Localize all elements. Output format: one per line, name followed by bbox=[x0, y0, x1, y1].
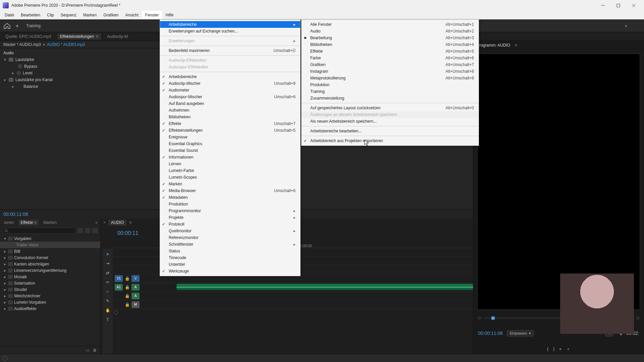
submenu-item[interactable]: InstagramAlt+Umschalt+8 bbox=[302, 68, 479, 75]
submenu-item[interactable]: Auf gespeichertes Layout zurücksetzenAlt… bbox=[302, 105, 479, 111]
program-timecode[interactable]: 00:00:11:06 bbox=[478, 330, 503, 336]
menu-fenster[interactable]: Fenster bbox=[142, 11, 162, 19]
menu-item[interactable]: Timecode bbox=[160, 254, 300, 261]
playhead-icon[interactable] bbox=[491, 316, 495, 320]
menu-item[interactable]: Status bbox=[160, 248, 300, 254]
menu-item[interactable]: Erweiterungen auf Exchange suchen... bbox=[160, 28, 300, 35]
menu-item[interactable]: Aufnehmen bbox=[160, 107, 300, 114]
overflow-icon[interactable]: » bbox=[95, 220, 100, 225]
razor-tool[interactable]: ✂ bbox=[104, 279, 111, 286]
menu-item[interactable]: ✓Metadaten bbox=[160, 194, 300, 201]
chevron-left-icon[interactable]: ◀ bbox=[15, 24, 18, 27]
menu-marken[interactable]: Marken bbox=[80, 11, 100, 19]
submenu-item[interactable]: AudioAlt+Umschalt+2 bbox=[302, 28, 479, 35]
menu-item[interactable]: ✓Audiometer bbox=[160, 87, 300, 94]
panel-menu-icon[interactable]: ≡ bbox=[515, 43, 517, 48]
tree-folder[interactable]: ▸Linsenverzerrungsentfernung bbox=[0, 267, 100, 274]
chevron-down-icon[interactable]: ▾ bbox=[43, 42, 45, 47]
hand-tool[interactable]: ✋ bbox=[104, 307, 111, 314]
program-tab[interactable]: Programm: AUDIO bbox=[477, 43, 510, 48]
menu-item[interactable]: ✓Werkzeuge bbox=[160, 268, 300, 275]
out-marker[interactable] bbox=[637, 317, 639, 319]
tree-item-trailer-voice[interactable]: Trailer Voice bbox=[0, 242, 100, 248]
submenu-item[interactable]: Training bbox=[302, 88, 479, 95]
zoom-knob[interactable] bbox=[114, 310, 118, 314]
menu-item[interactable]: Quellmonitor▸ bbox=[160, 228, 300, 234]
tree-folder-vorgaben[interactable]: ▾Vorgaben bbox=[0, 235, 100, 242]
menu-item[interactable]: Arbeitsbereiche▸ bbox=[160, 21, 300, 28]
menu-item[interactable]: Untertitel bbox=[160, 261, 300, 268]
tree-folder[interactable]: ▸Kanten abschrägen bbox=[0, 261, 100, 267]
menu-item[interactable]: Projekte▸ bbox=[160, 214, 300, 221]
new-bin-icon[interactable]: ▭ bbox=[86, 348, 90, 353]
overflow-icon[interactable]: » bbox=[559, 347, 561, 351]
tree-folder[interactable]: ▸Solarisation bbox=[0, 280, 100, 286]
menu-grafiken[interactable]: Grafiken bbox=[100, 11, 122, 19]
menu-item[interactable]: ✓Informationen bbox=[160, 154, 300, 161]
menu-item[interactable]: ✓Arbeitsbereiche bbox=[160, 73, 300, 80]
menu-datei[interactable]: Datei bbox=[1, 11, 17, 19]
home-icon[interactable] bbox=[3, 23, 11, 29]
timeline-timecode[interactable]: 00:00:11 bbox=[117, 230, 138, 236]
sequence-clip-label[interactable]: AUDIO * AUDIO.mp3 bbox=[47, 42, 85, 47]
menu-item[interactable]: ✓Protokoll bbox=[160, 221, 300, 228]
menu-bearbeiten[interactable]: Bearbeiten bbox=[17, 11, 44, 19]
tab-marken[interactable]: Marken bbox=[41, 220, 59, 226]
tree-folder[interactable]: ▸Convolution Kernel bbox=[0, 254, 100, 261]
menu-item[interactable]: Schnittfenster▸ bbox=[160, 241, 300, 248]
pen-tool[interactable]: ✎ bbox=[104, 298, 111, 304]
submenu-item[interactable]: MetaprotokollierungAlt+Umschalt+9 bbox=[302, 75, 479, 81]
menu-ansicht[interactable]: Ansicht bbox=[122, 11, 142, 19]
effects-search-input[interactable] bbox=[3, 228, 75, 234]
stopwatch-icon[interactable] bbox=[18, 64, 22, 68]
menu-item[interactable]: ✓Media-BrowserUmschalt+8 bbox=[160, 187, 300, 194]
track-select-tool[interactable]: ⇥ bbox=[104, 260, 111, 267]
tree-folder[interactable]: ▸Lumetri-Vorgaben bbox=[0, 299, 100, 305]
filter-badge-1[interactable] bbox=[77, 228, 83, 233]
menu-clip[interactable]: Clip bbox=[44, 11, 57, 19]
submenu-item[interactable]: Produktion bbox=[302, 81, 479, 88]
menu-item[interactable]: Lernen bbox=[160, 161, 300, 167]
ripple-tool[interactable]: ⇄ bbox=[104, 269, 111, 276]
filter-badge-2[interactable] bbox=[85, 228, 90, 233]
maximize-button[interactable] bbox=[610, 0, 626, 11]
trash-icon[interactable]: 🗑 bbox=[93, 348, 97, 353]
selection-tool[interactable]: ➤ bbox=[104, 251, 111, 257]
menu-item[interactable]: Lumetri-Scopes bbox=[160, 174, 300, 181]
menu-item[interactable]: Programmmonitor▸ bbox=[160, 207, 300, 214]
submenu-item[interactable]: Arbeitsbereiche bearbeiten... bbox=[302, 128, 479, 134]
tab-source[interactable]: Quelle: EPIC AUDIO.mp3 bbox=[3, 34, 54, 40]
submenu-item[interactable]: EffekteAlt+Umschalt+5 bbox=[302, 48, 479, 55]
menu-item[interactable]: ✓Marken bbox=[160, 181, 300, 187]
menu-sequenz[interactable]: Sequenz bbox=[57, 11, 80, 19]
fx-badge-icon[interactable] bbox=[9, 78, 13, 82]
submenu-item[interactable]: BearbeitungAlt+Umschalt+3 bbox=[302, 35, 479, 41]
type-tool[interactable]: T bbox=[104, 316, 111, 323]
menu-item[interactable]: Auf Band ausgeben bbox=[160, 100, 300, 107]
minimize-button[interactable] bbox=[595, 0, 610, 11]
menu-item[interactable]: Essential Sound bbox=[160, 147, 300, 154]
button-editor-icon[interactable]: ＋ bbox=[566, 346, 570, 352]
tab-effect-controls[interactable]: Effekteinstellungen≡ bbox=[57, 34, 101, 40]
submenu-item[interactable]: GrafikenAlt+Umschalt+7 bbox=[302, 61, 479, 68]
submenu-item[interactable]: Als neuen Arbeitsbereich speichern... bbox=[302, 118, 479, 125]
tab-effekte[interactable]: Effekte ≡ bbox=[18, 220, 39, 226]
tab-truncated[interactable]: ionen bbox=[2, 220, 16, 226]
submenu-item[interactable]: FarbeAlt+Umschalt+6 bbox=[302, 55, 479, 61]
menu-item[interactable]: ✓EffekteUmschalt+7 bbox=[160, 120, 300, 127]
submenu-item[interactable]: BibliothekenAlt+Umschalt+4 bbox=[302, 41, 479, 48]
in-marker[interactable] bbox=[478, 317, 481, 319]
menu-item[interactable]: Ereignisse bbox=[160, 134, 300, 140]
submenu-item[interactable]: ✓Arbeitsbereich aus Projekten importiere… bbox=[302, 137, 479, 144]
slip-tool[interactable]: ↔ bbox=[104, 288, 111, 295]
submenu-item[interactable]: Alle FensterAlt+Umschalt+1 bbox=[302, 21, 479, 28]
add-marker-icon[interactable]: { bbox=[547, 347, 548, 351]
menu-item[interactable]: ✓EffekteinstellungenUmschalt+5 bbox=[160, 127, 300, 134]
tree-folder[interactable]: ▸BiB bbox=[0, 248, 100, 254]
tab-audio-mixer[interactable]: Audioclip-M bbox=[104, 34, 131, 40]
menu-item[interactable]: Bibliotheken bbox=[160, 114, 300, 120]
menu-item[interactable]: ✓Audioclip-MischerUmschalt+9 bbox=[160, 80, 300, 87]
step-back-icon[interactable]: } bbox=[553, 347, 554, 351]
tree-folder[interactable]: ▸Mosaik bbox=[0, 274, 100, 280]
stopwatch-icon[interactable] bbox=[17, 71, 21, 75]
